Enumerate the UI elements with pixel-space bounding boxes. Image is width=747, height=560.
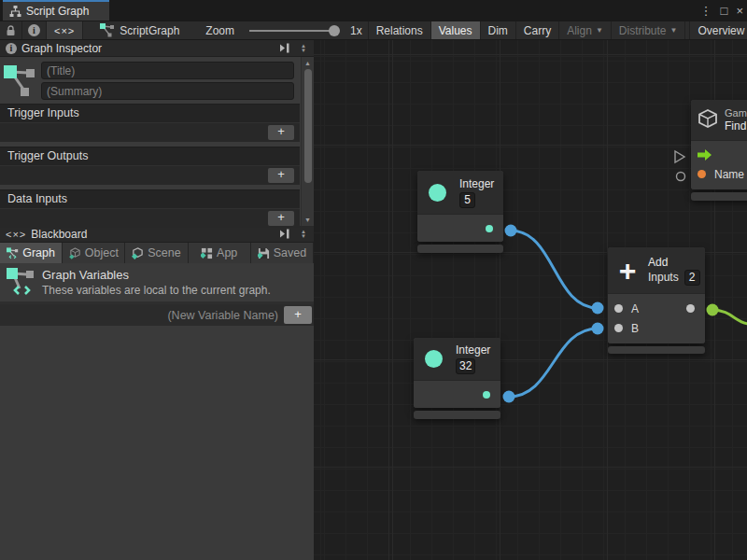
panel-scroll-arrows[interactable]: ▲▼ (297, 44, 310, 53)
lock-icon (6, 25, 16, 36)
dock-panel-icon[interactable] (279, 229, 292, 239)
window-menu-icon[interactable]: ⋮ (700, 4, 712, 18)
tab-graph[interactable]: Graph (0, 243, 63, 263)
window-maximize-icon[interactable]: □ (721, 4, 728, 18)
tab-app[interactable]: App (189, 243, 251, 263)
connection-add-output (712, 310, 747, 324)
node-title: Integer (459, 177, 494, 190)
zoom-label: Zoom (205, 24, 234, 37)
connection-endpoint (503, 391, 515, 403)
window-close-icon[interactable]: × (736, 4, 743, 18)
trigger-outputs-header: Trigger Outputs (0, 147, 300, 165)
graph-variables-description: These variables are local to the current… (42, 284, 271, 297)
node-integer-5[interactable]: Integer 5 (417, 171, 503, 253)
zoom-slider[interactable] (249, 30, 335, 32)
cube-icon (697, 108, 719, 133)
trigger-inputs-list: + (0, 122, 300, 142)
tab-scene[interactable]: Scene (125, 243, 188, 263)
relations-button[interactable]: Relations (368, 21, 431, 39)
port-label-b: B (631, 322, 639, 335)
integer-value-field[interactable]: 5 (459, 192, 475, 208)
inputs-label: Inputs (648, 271, 679, 284)
blackboard-tabs: Graph Object Scene App Saved (0, 243, 314, 263)
input-port-a[interactable] (614, 304, 623, 313)
carry-button[interactable]: Carry (516, 21, 559, 39)
graph-inspector-header: i Graph Inspector ▲▼ (0, 40, 314, 57)
scroll-up-icon[interactable]: ▲ (304, 60, 311, 66)
tab-saved[interactable]: Saved (251, 243, 314, 263)
node-title: Find (725, 119, 747, 133)
connection-endpoint (592, 302, 604, 315)
add-trigger-output-button[interactable]: + (268, 168, 294, 183)
graph-title-input[interactable] (41, 62, 294, 79)
graph-inspector-title: Graph Inspector (21, 42, 275, 55)
connection-int32-to-b (509, 329, 598, 397)
integer-type-icon (425, 350, 443, 368)
blackboard-icon: <×> (6, 229, 26, 240)
scroll-down-icon[interactable]: ▼ (304, 217, 311, 223)
info-icon: i (6, 43, 17, 54)
trigger-outputs-list: + (0, 165, 300, 185)
node-game-object-find[interactable]: Game Object Find Name (691, 100, 747, 201)
node-add[interactable]: + Add Inputs 2 A (608, 247, 705, 354)
inspect-button[interactable]: i (22, 21, 47, 39)
graph-variables-icon (7, 268, 34, 297)
blackboard-header: <×> Blackboard ▲▼ (0, 226, 314, 243)
panel-scroll-arrows[interactable]: ▲▼ (297, 230, 310, 239)
name-input-port[interactable] (698, 170, 706, 178)
zoom-control: Zoom 1x (200, 21, 367, 39)
port-label-name: Name (714, 168, 744, 181)
inputs-count-field[interactable]: 2 (684, 270, 700, 286)
chevron-down-icon: ▼ (596, 26, 603, 35)
new-variable-name-input[interactable] (0, 309, 284, 322)
node-integer-32[interactable]: Integer 32 (414, 338, 500, 419)
graph-breadcrumb[interactable]: ScriptGraph (94, 21, 185, 39)
values-button[interactable]: Values (431, 21, 481, 39)
plus-icon: + (614, 258, 641, 284)
graph-summary-input[interactable] (41, 82, 294, 100)
inspector-scrollbar[interactable]: ▲ ▼ (301, 57, 314, 226)
side-panel: i Graph Inspector ▲▼ Trigger Inputs (0, 40, 314, 560)
graph-variables-summary: Graph Variables These variables are loca… (0, 263, 314, 301)
integer-value-field[interactable]: 32 (456, 358, 475, 374)
zoom-slider-knob[interactable] (329, 25, 340, 36)
integer-output-port[interactable] (486, 225, 493, 232)
window-titlebar: Script Graph ⋮ □ × (0, 0, 747, 21)
tab-label: Script Graph (26, 5, 89, 18)
blackboard-title: Blackboard (31, 228, 275, 241)
tab-script-graph[interactable]: Script Graph (3, 0, 109, 21)
node-subtitle: Game Object (725, 107, 747, 119)
add-variable-button[interactable]: + (284, 306, 312, 324)
align-dropdown[interactable]: Align▼ (559, 21, 612, 39)
graph-name-label: ScriptGraph (120, 24, 179, 37)
add-data-input-button[interactable]: + (268, 211, 294, 226)
dim-button[interactable]: Dim (481, 21, 516, 39)
graph-canvas[interactable]: Integer 5 Integer 32 (314, 40, 747, 560)
port-label-a: A (631, 302, 639, 315)
chevron-down-icon: ▼ (670, 26, 678, 35)
new-variable-row: + (0, 304, 314, 326)
scrollbar-thumb[interactable] (304, 69, 312, 183)
overview-button[interactable]: Overview (689, 21, 747, 39)
connection-endpoint (505, 225, 517, 237)
input-port-b[interactable] (614, 324, 623, 332)
lock-button[interactable] (0, 21, 22, 39)
blackboard-empty-area (0, 326, 314, 560)
graph-node-icon (4, 62, 35, 100)
add-trigger-input-button[interactable]: + (268, 125, 294, 140)
flow-connect-hint-icon (675, 151, 684, 162)
add-output-port[interactable] (686, 304, 695, 313)
code-preview-button[interactable]: <×> (47, 21, 83, 39)
integer-output-port[interactable] (483, 391, 490, 399)
hierarchy-icon (9, 6, 21, 17)
flow-input-port[interactable] (698, 149, 712, 161)
dock-panel-icon[interactable] (279, 43, 292, 53)
script-graph-window: Script Graph ⋮ □ × i <×> ScriptGraph Zoo… (0, 0, 747, 560)
graph-variables-title: Graph Variables (42, 268, 271, 282)
tab-object[interactable]: Object (63, 243, 125, 263)
connection-endpoint (592, 323, 604, 335)
connection-int5-to-a (511, 231, 598, 308)
data-inputs-list: + (0, 208, 300, 228)
distribute-dropdown[interactable]: Distribute▼ (612, 21, 686, 39)
integer-type-icon (429, 184, 446, 202)
